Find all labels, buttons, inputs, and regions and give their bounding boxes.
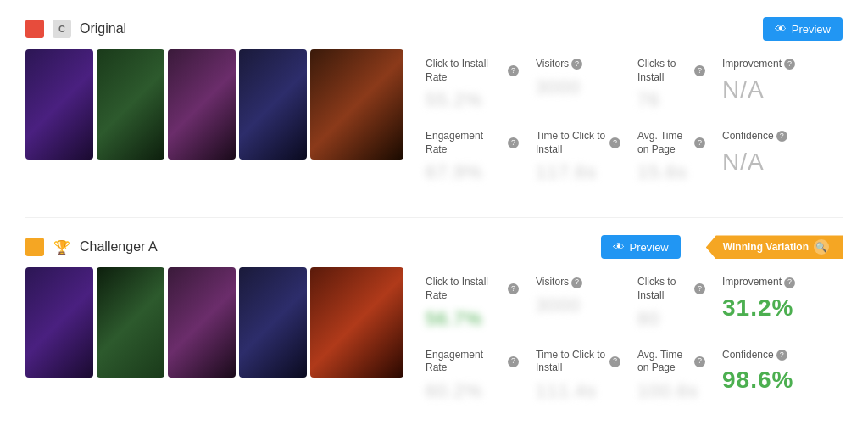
challenger-a-visitors-value: 3000 (536, 294, 620, 316)
section-divider (25, 217, 843, 218)
thumbnail-5-main (310, 49, 403, 160)
challenger-a-click-install-rate-value: 56.7% (426, 308, 519, 330)
thumb-inner-1 (25, 49, 93, 160)
challenger-a-click-install-rate-cell: Click to Install Rate ? 56.7% (417, 271, 527, 343)
clicks-install-info-icon[interactable]: ? (694, 65, 705, 76)
winning-label: Winning Variation (723, 241, 809, 253)
challenger-a-preview-label: Preview (630, 241, 669, 254)
original-visitors-label: Visitors ? (536, 58, 620, 71)
challenger-avg-time-info-icon[interactable]: ? (694, 356, 705, 367)
thumbnail-a4 (239, 267, 307, 378)
original-avg-time-cell: Avg. Time on Page ? 15.6s (629, 125, 714, 197)
original-metrics-panel: Click to Install Rate ? 55.2% Visitors ?… (417, 49, 843, 197)
challenger-a-improvement-cell: Improvement ? 31.2% (714, 271, 824, 343)
click-install-rate-info-icon[interactable]: ? (508, 65, 519, 76)
winning-variation-badge: Winning Variation 🔍 (706, 235, 843, 259)
challenger-a-visitors-cell: Visitors ? 3000 (527, 271, 629, 343)
challenger-a-thumbnails (25, 267, 403, 415)
original-click-install-rate-cell: Click to Install Rate ? 55.2% (417, 53, 527, 125)
original-confidence-value: N/A (722, 148, 815, 176)
engagement-rate-info-icon[interactable]: ? (508, 137, 519, 148)
original-visitors-cell: Visitors ? 3000 (527, 53, 629, 125)
original-improvement-value: N/A (722, 76, 815, 104)
challenger-a-icon: 🏆 (53, 238, 71, 256)
original-content: Click to Install Rate ? 55.2% Visitors ?… (25, 49, 843, 197)
thumb-inner-4 (239, 49, 307, 160)
thumbnail-a3 (168, 267, 236, 378)
challenger-a-header: 🏆 Challenger A 👁 Preview Winning Variati… (25, 235, 843, 259)
thumb-inner-2 (97, 49, 164, 160)
challenger-a-time-to-click-value: 111.4s (536, 380, 620, 402)
challenger-clicks-install-info-icon[interactable]: ? (694, 283, 705, 294)
original-time-to-click-label: Time to Click to Install ? (536, 130, 620, 156)
challenger-a-improvement-label: Improvement ? (722, 276, 815, 289)
improvement-info-icon[interactable]: ? (784, 59, 795, 70)
main-container: C Original 👁 Preview (0, 0, 868, 448)
eye-icon-a: 👁 (613, 240, 625, 254)
original-thumbnails (25, 49, 403, 197)
original-click-install-rate-value: 55.2% (426, 89, 519, 111)
challenger-visitors-info-icon[interactable]: ? (571, 277, 582, 288)
original-swatch (25, 20, 44, 38)
original-clicks-install-value: 76 (637, 89, 705, 111)
challenger-a-improvement-value: 31.2% (722, 294, 815, 322)
challenger-a-engagement-rate-value: 60.2% (426, 380, 519, 402)
search-icon: 🔍 (814, 239, 829, 255)
thumb-inner-a2 (97, 267, 164, 378)
thumbnail-4 (239, 49, 307, 160)
challenger-time-to-click-info-icon[interactable]: ? (609, 356, 620, 367)
challenger-click-install-info-icon[interactable]: ? (508, 283, 519, 294)
challenger-a-avg-time-label: Avg. Time on Page ? (637, 349, 705, 375)
original-engagement-rate-cell: Engagement Rate ? 67.9% (417, 125, 527, 197)
original-header: C Original 👁 Preview (25, 17, 843, 41)
original-variation: C Original 👁 Preview (25, 17, 843, 197)
original-preview-button[interactable]: 👁 Preview (763, 17, 843, 41)
time-to-click-info-icon[interactable]: ? (609, 137, 620, 148)
challenger-a-time-to-click-cell: Time to Click to Install ? 111.4s (527, 344, 629, 416)
original-click-install-rate-label: Click to Install Rate ? (426, 58, 519, 84)
challenger-a-confidence-cell: Confidence ? 98.6% (714, 344, 824, 416)
original-confidence-label: Confidence ? (722, 130, 815, 143)
thumbnail-1 (25, 49, 93, 160)
avg-time-info-icon[interactable]: ? (694, 137, 705, 148)
thumb-inner-a1 (25, 267, 93, 378)
original-clicks-install-label: Clicks to Install ? (637, 58, 705, 84)
eye-icon: 👁 (775, 22, 787, 36)
challenger-a-confidence-value: 98.6% (722, 367, 815, 394)
original-time-to-click-value: 117.6s (536, 161, 620, 183)
challenger-a-preview-button[interactable]: 👁 Preview (601, 235, 681, 259)
challenger-a-engagement-rate-label: Engagement Rate ? (426, 349, 519, 375)
challenger-a-engagement-rate-cell: Engagement Rate ? 60.2% (417, 344, 527, 416)
thumb-inner-a3 (168, 267, 236, 378)
original-confidence-cell: Confidence ? N/A (714, 125, 824, 197)
thumb-inner-3 (168, 49, 236, 160)
challenger-improvement-info-icon[interactable]: ? (784, 277, 795, 288)
original-icon: C (53, 20, 71, 38)
challenger-a-title: Challenger A (80, 239, 593, 255)
challenger-a-time-to-click-label: Time to Click to Install ? (536, 349, 620, 375)
original-improvement-cell: Improvement ? N/A (714, 53, 824, 125)
challenger-a-metrics-panel: Click to Install Rate ? 56.7% Visitors ?… (417, 267, 843, 415)
thumbnail-a1 (25, 267, 93, 378)
thumbnail-a2 (97, 267, 164, 378)
challenger-a-confidence-label: Confidence ? (722, 349, 815, 362)
challenger-a-avg-time-cell: Avg. Time on Page ? 100.6s (629, 344, 714, 416)
challenger-a-content: Click to Install Rate ? 56.7% Visitors ?… (25, 267, 843, 415)
thumbnail-a5-main (310, 267, 403, 378)
challenger-a-avg-time-value: 100.6s (637, 380, 705, 402)
original-engagement-rate-value: 67.9% (426, 161, 519, 183)
original-clicks-install-cell: Clicks to Install ? 76 (629, 53, 714, 125)
challenger-engagement-info-icon[interactable]: ? (508, 356, 519, 367)
original-engagement-rate-label: Engagement Rate ? (426, 130, 519, 156)
original-avg-time-value: 15.6s (637, 161, 705, 183)
thumb-inner-a4 (239, 267, 307, 378)
original-time-to-click-cell: Time to Click to Install ? 117.6s (527, 125, 629, 197)
challenger-a-swatch (25, 238, 44, 256)
original-preview-label: Preview (792, 23, 831, 36)
visitors-info-icon[interactable]: ? (571, 59, 582, 70)
thumbnail-2 (97, 49, 164, 160)
confidence-info-icon[interactable]: ? (776, 131, 787, 142)
thumbnail-3 (168, 49, 236, 160)
challenger-confidence-info-icon[interactable]: ? (776, 350, 787, 361)
original-avg-time-label: Avg. Time on Page ? (637, 130, 705, 156)
